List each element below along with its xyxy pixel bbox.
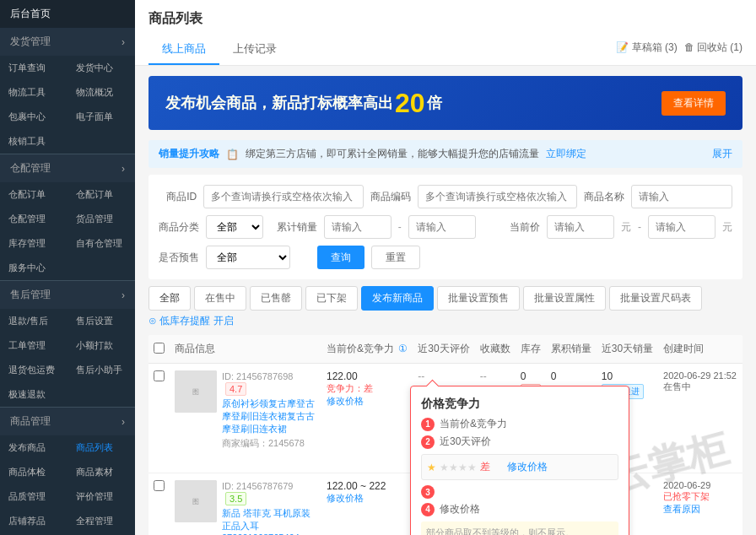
row-checkbox-2[interactable] <box>154 480 165 491</box>
filter-name-input[interactable] <box>631 185 732 208</box>
product-score-2: 3.5 <box>225 492 246 505</box>
sidebar-item-product-material[interactable]: 商品素材 <box>68 460 135 484</box>
tab-online-products[interactable]: 线上商品 <box>148 35 219 65</box>
view-reason-2[interactable]: 查看原因 <box>663 504 700 514</box>
reset-button[interactable]: 重置 <box>371 246 420 269</box>
product-id-2: ID: 21456787679 3.5 <box>222 480 316 505</box>
th-favs: 收藏数 <box>475 335 516 364</box>
sidebar-item-ticket[interactable]: 工单管理 <box>0 333 68 358</box>
banner-highlight: 20 <box>395 88 425 119</box>
sidebar-item-small-payment[interactable]: 小额打款 <box>68 333 135 358</box>
sidebar-item-product-check[interactable]: 商品体检 <box>0 460 68 484</box>
sidebar-item-aftersale-setting[interactable]: 售后设置 <box>68 309 135 333</box>
filter-sales-min[interactable] <box>324 215 392 239</box>
sidebar-item-warehouse-order[interactable]: 仓配订单 <box>0 182 68 207</box>
sidebar-item-logistics-status[interactable]: 物流概况 <box>68 80 135 105</box>
sidebar-section-aftersale: 售后管理 › 退款/售后 售后设置 工单管理 小额打款 退货包运费 售后小助手 … <box>0 281 135 408</box>
sidebar-item-quick-refund[interactable]: 极速退款 <box>0 382 68 407</box>
action-tab-all[interactable]: 全部 <box>148 286 191 311</box>
filter-row-3: 是否预售 全部 查询 重置 <box>159 246 732 269</box>
sales-tip-icon: 📋 <box>226 149 239 160</box>
expand-btn[interactable]: 展开 <box>712 147 732 161</box>
sidebar-section-aftersale-label: 售后管理 <box>10 288 51 302</box>
product-details-2: ID: 21456787679 3.5 新品 塔菲克 耳机原装正品入耳07260… <box>222 480 316 535</box>
tab-upload-history[interactable]: 上传记录 <box>219 35 290 65</box>
sidebar-item-publish-product[interactable]: 发布商品 <box>0 435 68 460</box>
popover-title: 价格竞争力 <box>421 397 618 412</box>
sidebar-item-goods-manage[interactable]: 货品管理 <box>68 207 135 231</box>
banner-btn[interactable]: 查看详情 <box>662 91 726 116</box>
action-tab-batch-attr[interactable]: 批量设置属性 <box>523 286 606 311</box>
sidebar-item-review-manage[interactable]: 评价管理 <box>68 484 135 509</box>
sidebar-shipping-items: 订单查询 发货中心 物流工具 物流概况 包裹中心 电子面单 核销工具 <box>0 56 135 154</box>
sidebar-item-full-manage[interactable]: 全程管理 <box>68 509 135 533</box>
sidebar-item-service-center[interactable]: 服务中心 <box>0 256 68 280</box>
sidebar-item-logistics-tool[interactable]: 物流工具 <box>0 80 68 105</box>
sidebar-item-refund[interactable]: 退款/售后 <box>0 309 68 333</box>
price-compete-help-icon[interactable]: ① <box>398 343 408 354</box>
sidebar-section-product-header[interactable]: 商品管理 › <box>0 408 135 435</box>
sidebar-item-shipping-center[interactable]: 发货中心 <box>68 56 135 80</box>
draft-btn[interactable]: 📝 草稿箱 (3) <box>616 41 677 55</box>
filter-presale-select[interactable]: 全部 <box>206 246 290 269</box>
sidebar-section-aftersale-header[interactable]: 售后管理 › <box>0 281 135 309</box>
sidebar-item-aftersale-assistant[interactable]: 售后小助手 <box>68 358 135 382</box>
sidebar-section-shipping-header[interactable]: 发货管理 › <box>0 28 135 56</box>
sidebar-section-product-label: 商品管理 <box>10 414 51 429</box>
filter-name-label: 商品名称 <box>584 190 624 204</box>
sidebar-item-stock-manage[interactable]: 库存管理 <box>0 231 68 256</box>
popover-modify-link[interactable]: 修改价格 <box>507 460 548 474</box>
filter-row-1: 商品ID 商品编码 商品名称 <box>159 185 732 208</box>
filter-price-max[interactable] <box>648 215 716 239</box>
filter-sales-max[interactable] <box>408 215 476 239</box>
product-name-1[interactable]: 原创衬衫领复古摩登古摩登刷旧连衣裙复古古摩登刷旧连衣裙 <box>222 397 316 435</box>
recycle-btn[interactable]: 🗑 回收站 (1) <box>684 41 742 55</box>
action-tab-batch-size[interactable]: 批量设置尺码表 <box>609 286 702 311</box>
sidebar-section-shipping-label: 发货管理 <box>10 35 51 49</box>
price-link-1[interactable]: 修改价格 <box>327 395 408 408</box>
product-image-2: 图 <box>175 480 217 522</box>
sales-tip-link[interactable]: 立即绑定 <box>546 147 586 161</box>
filter-category-select[interactable]: 全部 <box>206 215 263 239</box>
sidebar-item-quality-manage[interactable]: 品质管理 <box>0 484 68 509</box>
star-filled-1: ★ <box>427 462 436 473</box>
sidebar-section-warehouse: 仓配管理 › 仓配订单 仓配订单 仓配管理 货品管理 库存管理 自有仓管理 服务… <box>0 154 135 281</box>
filter-id-input[interactable] <box>203 185 363 208</box>
action-tab-on-sale[interactable]: 在售中 <box>194 286 246 311</box>
sales-tip-label: 销量提升攻略 <box>159 147 219 161</box>
sidebar-item-return-fee[interactable]: 退货包运费 <box>0 358 68 382</box>
sidebar-item-warehouse-order2[interactable]: 仓配订单 <box>68 182 135 207</box>
row-checkbox-1[interactable] <box>154 370 165 381</box>
action-tab-batch-presale[interactable]: 批量设置预售 <box>437 286 520 311</box>
sidebar-section-warehouse-header[interactable]: 仓配管理 › <box>0 154 135 182</box>
filter-id-label: 商品ID <box>159 190 197 204</box>
svg-text:图: 图 <box>192 388 199 396</box>
low-stock-btn[interactable]: ⊙ 低库存提醒 开启 <box>148 314 234 328</box>
sidebar-item-verify-tool[interactable]: 核销工具 <box>0 129 68 154</box>
sidebar-section-warehouse-label: 仓配管理 <box>10 161 51 176</box>
star-empty-1: ★★★★ <box>440 462 477 473</box>
sidebar-item-own-warehouse[interactable]: 自有仓管理 <box>68 231 135 256</box>
banner: 发布机会商品，新品打标概率高出 20 倍 查看详情 <box>148 76 742 130</box>
action-tab-off-shelf[interactable]: 已下架 <box>305 286 358 311</box>
sidebar-section-product: 商品管理 › 发布商品 商品列表 商品体检 商品素材 品质管理 评价管理 店铺荐… <box>0 408 135 535</box>
sidebar-item-warehouse-manage[interactable]: 仓配管理 <box>0 207 68 231</box>
sidebar-item-product-list[interactable]: 商品列表 <box>68 435 135 460</box>
product-name-2[interactable]: 新品 塔菲克 耳机原装正品入耳072601968765464 <box>222 507 316 535</box>
action-tab-publish-new[interactable]: 发布新商品 <box>361 286 434 311</box>
sidebar-item-package-center[interactable]: 包裹中心 <box>0 105 68 129</box>
sidebar-home[interactable]: 后台首页 <box>0 0 135 28</box>
sidebar-item-shop-recommend[interactable]: 店铺荐品 <box>0 509 68 533</box>
sidebar-item-eface[interactable]: 电子面单 <box>68 105 135 129</box>
action-tab-sold-out[interactable]: 已售罄 <box>250 286 302 311</box>
filter-price-min[interactable] <box>547 215 614 239</box>
popover-stars-row: ★ ★★★★ 差 修改价格 <box>421 454 618 480</box>
filter-code-input[interactable] <box>418 185 577 208</box>
query-button[interactable]: 查询 <box>317 246 364 269</box>
sidebar-product-items: 发布商品 商品列表 商品体检 商品素材 品质管理 评价管理 店铺荐品 全程管理 … <box>0 435 135 535</box>
filter-sales-label: 累计销量 <box>277 220 317 235</box>
price-link-2[interactable]: 修改价格 <box>327 492 408 505</box>
th-reviews: 近30天评价 <box>413 335 474 364</box>
select-all-checkbox[interactable] <box>154 343 165 354</box>
sidebar-item-order-query[interactable]: 订单查询 <box>0 56 68 80</box>
